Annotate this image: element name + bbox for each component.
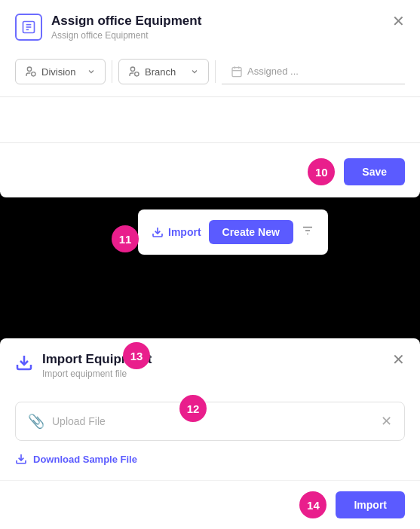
assign-modal-header: Assign office Equipment Assign office Eq… <box>0 0 420 51</box>
branch-select[interactable]: Branch <box>118 59 209 84</box>
assign-modal-subtitle: Assign office Equipment <box>51 30 201 41</box>
filter-divider-1 <box>112 60 112 83</box>
assigned-field[interactable]: Assigned ... <box>222 60 405 84</box>
branch-label: Branch <box>145 66 176 78</box>
calendar-icon <box>231 66 243 78</box>
filter-icon-button[interactable] <box>301 224 314 241</box>
filter-divider-2 <box>215 60 216 83</box>
badge-12: 12 <box>179 395 207 422</box>
import-icon <box>152 226 164 238</box>
import-button[interactable]: Import <box>152 226 201 238</box>
assign-modal-content <box>0 97 420 142</box>
filter-icon <box>301 224 314 237</box>
import-action-button[interactable]: Import <box>336 491 405 518</box>
import-modal-spacer <box>0 390 420 402</box>
download-section: Download Sample File <box>0 441 420 480</box>
badge-13: 13 <box>123 342 150 369</box>
assign-modal-filters: Division Branch A <box>0 51 420 97</box>
assign-modal-separator <box>0 142 420 143</box>
division-icon <box>25 66 37 78</box>
badge-10: 10 <box>308 158 335 185</box>
division-chevron-icon <box>87 67 96 76</box>
assigned-label: Assigned ... <box>247 66 299 77</box>
download-sample-link[interactable]: Download Sample File <box>15 453 137 465</box>
paperclip-icon: 📎 <box>28 413 44 430</box>
assign-modal-footer: 10 Save <box>0 146 420 197</box>
assign-modal-title: Assign office Equipment <box>51 14 201 29</box>
division-select[interactable]: Division <box>15 59 106 84</box>
svg-point-5 <box>32 72 35 76</box>
download-label: Download Sample File <box>33 454 137 465</box>
upload-placeholder: Upload File <box>52 415 106 427</box>
svg-point-7 <box>135 72 139 76</box>
svg-point-4 <box>27 67 31 71</box>
assign-header-left: Assign office Equipment Assign office Eq… <box>15 14 201 41</box>
toolbar-strip: Import Create New <box>138 209 328 255</box>
assign-modal-close-button[interactable]: ✕ <box>392 14 405 29</box>
doc-icon <box>15 14 42 41</box>
create-new-button[interactable]: Create New <box>209 220 293 244</box>
division-label: Division <box>41 66 76 78</box>
import-modal-icon <box>15 353 33 376</box>
upload-section[interactable]: 📎 Upload File ✕ <box>15 402 405 441</box>
branch-icon <box>128 66 140 78</box>
svg-point-6 <box>130 67 134 71</box>
download-icon <box>15 453 27 465</box>
import-modal: Import Equipment Import equipment file ✕… <box>0 338 420 529</box>
assign-modal: Assign office Equipment Assign office Eq… <box>0 0 420 197</box>
import-modal-subtitle: Import equipment file <box>42 368 152 379</box>
badge-11: 11 <box>112 225 139 252</box>
svg-rect-8 <box>232 67 241 76</box>
upload-left: 📎 Upload File <box>28 413 106 430</box>
import-label: Import <box>168 226 201 238</box>
upload-clear-button[interactable]: ✕ <box>381 413 392 430</box>
import-modal-header: Import Equipment Import equipment file ✕ <box>0 338 420 390</box>
import-modal-footer: 14 Import <box>0 480 420 529</box>
assign-title-group: Assign office Equipment Assign office Eq… <box>51 14 201 41</box>
badge-14: 14 <box>299 491 326 518</box>
branch-chevron-icon <box>190 67 199 76</box>
save-button[interactable]: Save <box>344 158 405 185</box>
import-modal-close-button[interactable]: ✕ <box>392 352 405 367</box>
